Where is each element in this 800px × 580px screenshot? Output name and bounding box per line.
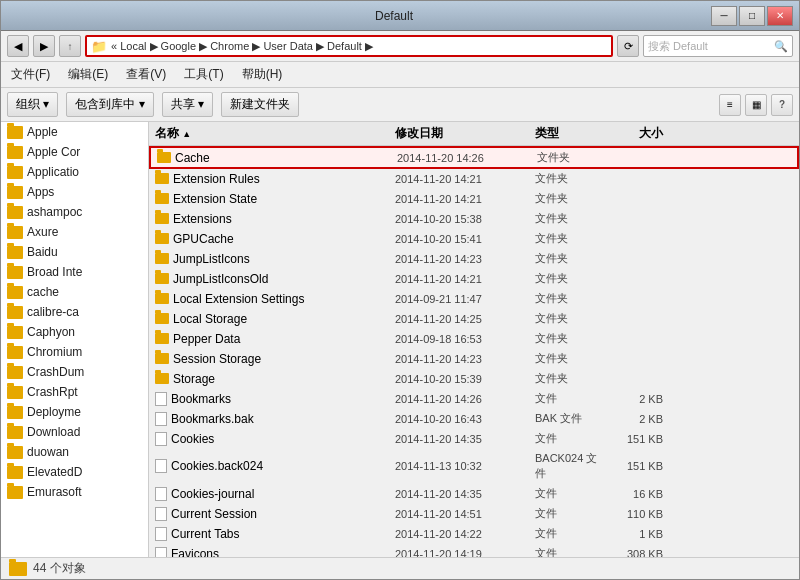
folder-icon [155, 273, 169, 284]
view-details-button[interactable]: ▦ [745, 94, 767, 116]
restore-button[interactable]: □ [739, 6, 765, 26]
file-name-text: Cookies.back024 [171, 459, 263, 473]
file-type-cell: 文件夹 [529, 211, 609, 226]
file-name-cell: Bookmarks [149, 392, 389, 406]
col-header-type[interactable]: 类型 [529, 125, 609, 142]
file-type-cell: 文件 [529, 506, 609, 521]
file-name-cell: Cookies.back024 [149, 459, 389, 473]
table-row[interactable]: Current Tabs2014-11-20 14:22文件1 KB [149, 524, 799, 544]
table-row[interactable]: Extension State2014-11-20 14:21文件夹 [149, 189, 799, 209]
file-date-cell: 2014-11-20 14:35 [389, 433, 529, 445]
table-row[interactable]: Local Extension Settings2014-09-21 11:47… [149, 289, 799, 309]
search-box[interactable]: 搜索 Default 🔍 [643, 35, 793, 57]
col-header-size[interactable]: 大小 [609, 125, 669, 142]
left-item-cache[interactable]: cache [1, 282, 148, 302]
table-row[interactable]: Extension Rules2014-11-20 14:21文件夹 [149, 169, 799, 189]
col-header-date[interactable]: 修改日期 [389, 125, 529, 142]
close-button[interactable]: ✕ [767, 6, 793, 26]
left-item-duowan[interactable]: duowan [1, 442, 148, 462]
new-folder-button[interactable]: 新建文件夹 [221, 92, 299, 117]
table-row[interactable]: Extensions2014-10-20 15:38文件夹 [149, 209, 799, 229]
table-row[interactable]: Bookmarks2014-11-20 14:26文件2 KB [149, 389, 799, 409]
file-date-cell: 2014-11-20 14:26 [389, 393, 529, 405]
left-item-calibre-ca[interactable]: calibre-ca [1, 302, 148, 322]
file-size-cell: 1 KB [609, 528, 669, 540]
table-row[interactable]: Favicons2014-11-20 14:19文件308 KB [149, 544, 799, 557]
left-item-chromium[interactable]: Chromium [1, 342, 148, 362]
file-size-cell: 2 KB [609, 413, 669, 425]
table-row[interactable]: Cookies.back0242014-11-13 10:32BACK024 文… [149, 449, 799, 484]
table-row[interactable]: Session Storage2014-11-20 14:23文件夹 [149, 349, 799, 369]
menu-tools[interactable]: 工具(T) [180, 64, 227, 85]
file-icon [155, 547, 167, 558]
file-name-text: Current Session [171, 507, 257, 521]
left-item-broad-inte[interactable]: Broad Inte [1, 262, 148, 282]
table-row[interactable]: Cache2014-11-20 14:26文件夹 [149, 146, 799, 169]
table-row[interactable]: Local Storage2014-11-20 14:25文件夹 [149, 309, 799, 329]
share-label: 共享 ▾ [171, 96, 204, 113]
explorer-window: Default ─ □ ✕ ◀ ▶ ↑ 📁 « Local ▶ Google ▶… [0, 0, 800, 580]
menu-help[interactable]: 帮助(H) [238, 64, 287, 85]
left-item-apple-cor[interactable]: Apple Cor [1, 142, 148, 162]
folder-icon [7, 266, 23, 279]
file-name-text: Pepper Data [173, 332, 240, 346]
main-area: Apple Apple Cor Applicatio Apps ashampoc… [1, 122, 799, 557]
file-name-cell: Current Tabs [149, 527, 389, 541]
help-button[interactable]: ? [771, 94, 793, 116]
table-row[interactable]: Current Session2014-11-20 14:51文件110 KB [149, 504, 799, 524]
table-row[interactable]: Cookies2014-11-20 14:35文件151 KB [149, 429, 799, 449]
left-item-applicatio[interactable]: Applicatio [1, 162, 148, 182]
refresh-button[interactable]: ⟳ [617, 35, 639, 57]
table-row[interactable]: JumpListIcons2014-11-20 14:23文件夹 [149, 249, 799, 269]
file-list-scroll[interactable]: 名称 ▲ 修改日期 类型 大小 Cache2014-11-20 14:26文件夹… [149, 122, 799, 557]
back-button[interactable]: ◀ [7, 35, 29, 57]
file-type-cell: 文件夹 [529, 311, 609, 326]
left-item-elevatedd[interactable]: ElevatedD [1, 462, 148, 482]
folder-icon [155, 213, 169, 224]
table-row[interactable]: Cookies-journal2014-11-20 14:35文件16 KB [149, 484, 799, 504]
left-item-crashdum[interactable]: CrashDum [1, 362, 148, 382]
file-date-cell: 2014-09-18 16:53 [389, 333, 529, 345]
file-name-cell: Extension State [149, 192, 389, 206]
folder-icon [155, 333, 169, 344]
menu-edit[interactable]: 编辑(E) [64, 64, 112, 85]
table-row[interactable]: JumpListIconsOld2014-11-20 14:21文件夹 [149, 269, 799, 289]
up-button[interactable]: ↑ [59, 35, 81, 57]
folder-icon [7, 386, 23, 399]
address-input[interactable]: 📁 « Local ▶ Google ▶ Chrome ▶ User Data … [85, 35, 613, 57]
organize-label: 组织 ▾ [16, 96, 49, 113]
file-name-cell: JumpListIcons [149, 252, 389, 266]
left-item-caphyon[interactable]: Caphyon [1, 322, 148, 342]
left-item-baidu[interactable]: Baidu [1, 242, 148, 262]
left-item-axure[interactable]: Axure [1, 222, 148, 242]
table-row[interactable]: Storage2014-10-20 15:39文件夹 [149, 369, 799, 389]
file-type-cell: 文件 [529, 431, 609, 446]
file-name-cell: JumpListIconsOld [149, 272, 389, 286]
col-header-name[interactable]: 名称 ▲ [149, 125, 389, 142]
file-type-cell: 文件夹 [529, 171, 609, 186]
minimize-button[interactable]: ─ [711, 6, 737, 26]
menu-file[interactable]: 文件(F) [7, 64, 54, 85]
left-item-apple[interactable]: Apple [1, 122, 148, 142]
organize-button[interactable]: 组织 ▾ [7, 92, 58, 117]
search-placeholder: 搜索 Default [648, 39, 708, 54]
include-in-library-button[interactable]: 包含到库中 ▾ [66, 92, 153, 117]
menu-view[interactable]: 查看(V) [122, 64, 170, 85]
left-item-deployme[interactable]: Deployme [1, 402, 148, 422]
left-item-download[interactable]: Download [1, 422, 148, 442]
share-button[interactable]: 共享 ▾ [162, 92, 213, 117]
table-row[interactable]: Bookmarks.bak2014-10-20 16:43BAK 文件2 KB [149, 409, 799, 429]
left-item-crashrpt[interactable]: CrashRpt [1, 382, 148, 402]
view-mode-button[interactable]: ≡ [719, 94, 741, 116]
file-icon [155, 392, 167, 406]
table-row[interactable]: Pepper Data2014-09-18 16:53文件夹 [149, 329, 799, 349]
table-row[interactable]: GPUCache2014-10-20 15:41文件夹 [149, 229, 799, 249]
left-item-apps[interactable]: Apps [1, 182, 148, 202]
statusbar: 44 个对象 [1, 557, 799, 579]
left-item-ashampoc[interactable]: ashampoc [1, 202, 148, 222]
folder-icon [155, 313, 169, 324]
window-controls: ─ □ ✕ [711, 6, 793, 26]
file-type-cell: 文件夹 [529, 331, 609, 346]
forward-button[interactable]: ▶ [33, 35, 55, 57]
left-item-emurasoft[interactable]: Emurasoft [1, 482, 148, 502]
